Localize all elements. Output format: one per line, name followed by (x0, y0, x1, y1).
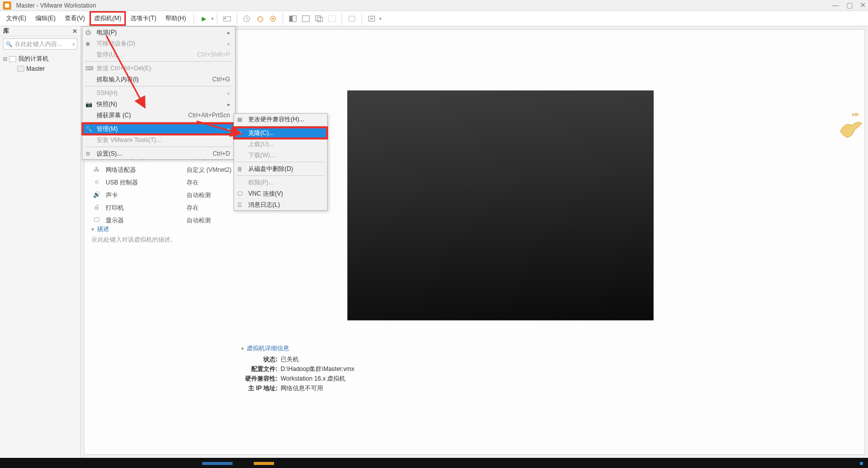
stretch-button[interactable] (365, 12, 378, 25)
view-single-button[interactable] (286, 12, 299, 25)
snapshot-manage-button[interactable] (266, 12, 280, 25)
power-on-button[interactable]: ▶ (197, 12, 210, 25)
hw-row-network[interactable]: 🖧 网络适配器 自定义 (VMnet2) (93, 164, 233, 176)
menu-edit[interactable]: 编辑(E) (31, 11, 60, 26)
menu-grab-input[interactable]: 抓取输入内容(I) Ctrl+G (82, 74, 235, 85)
svg-rect-1 (224, 18, 226, 19)
tray-icon[interactable] (860, 462, 863, 465)
menu-vm[interactable]: 虚拟机(M) (89, 11, 126, 26)
unity-button[interactable] (345, 12, 358, 25)
menu-label: VNC 连接(V) (248, 190, 283, 198)
minimize-button[interactable]: — (832, 1, 839, 9)
detail-label: 配置文件: (241, 365, 278, 373)
snapshot-revert-button[interactable] (253, 12, 266, 25)
svg-rect-5 (289, 16, 292, 22)
menu-label: 抓取输入内容(I) (97, 75, 139, 84)
view-multiple-button[interactable] (312, 12, 326, 25)
menu-separator (217, 13, 217, 24)
tree-root[interactable]: ⊟ 我的计算机 (3, 54, 77, 64)
hw-row-usb[interactable]: ⎋ USB 控制器 存在 (93, 176, 233, 189)
maximize-button[interactable]: ▢ (846, 1, 853, 9)
submenu-clone[interactable]: ⧉ 克隆(C)... (234, 127, 327, 138)
svg-rect-8 (315, 16, 321, 21)
detail-label: 状态: (241, 355, 278, 364)
view-fullscreen-button[interactable] (326, 12, 339, 25)
close-button[interactable]: ✕ (860, 1, 866, 9)
menu-separator (236, 162, 325, 162)
menu-power[interactable]: ⏻ 电源(P) ▸ (82, 27, 235, 38)
search-icon: 🔍 (6, 41, 13, 48)
taskbar[interactable] (0, 458, 868, 468)
hw-name: 打印机 (106, 204, 181, 212)
monitor-icon: 🖵 (237, 191, 243, 197)
menu-separator (342, 13, 342, 24)
menu-label: 电源(P) (97, 28, 117, 37)
menu-label: 可移动设备(D) (97, 39, 135, 48)
svg-point-4 (272, 18, 274, 20)
system-tray[interactable] (860, 462, 868, 465)
clone-icon: ⧉ (237, 130, 241, 136)
power-icon: ⏻ (85, 29, 91, 35)
submenu-change-hw[interactable]: ▦ 更改硬件兼容性(H)... (234, 114, 327, 125)
send-cad-button[interactable] (220, 12, 234, 25)
submenu-msg-log[interactable]: ☰ 消息日志(L) (234, 199, 327, 210)
details-title[interactable]: 虚拟机详细信息 (241, 344, 354, 353)
menu-view[interactable]: 查看(V) (60, 11, 89, 26)
menu-separator (236, 175, 325, 176)
menu-label: 克隆(C)... (248, 129, 274, 137)
snapshot-take-button[interactable] (240, 12, 253, 25)
submenu-permissions: 权限(P)... (234, 177, 327, 188)
menu-settings[interactable]: ⚙ 设置(S)... Ctrl+D (82, 148, 235, 159)
search-dropdown-icon[interactable]: ▾ (72, 41, 75, 47)
delete-icon: 🗑 (237, 166, 243, 172)
svg-rect-6 (293, 16, 296, 22)
hardware-list: ◉ CD/DVD (IDE) 正在使用文件 F... 🖧 网络适配器 自定义 (… (93, 151, 233, 227)
menu-shortcut: Ctrl+Shift+P (197, 51, 230, 58)
menu-capture[interactable]: 捕获屏幕 (C) Ctrl+Alt+PrtScn (82, 110, 235, 121)
tree-vm-master[interactable]: Master (3, 64, 77, 73)
svg-rect-7 (302, 16, 309, 22)
hw-value: 自动检测 (187, 216, 211, 225)
hw-value: 存在 (187, 204, 199, 212)
submenu-delete-disk[interactable]: 🗑 从磁盘中删除(D) (234, 163, 327, 174)
detail-ip: 主 IP 地址: 网络信息不可用 (241, 384, 354, 393)
stretch-dropdown-icon[interactable]: ▾ (379, 16, 382, 21)
menu-removable: ◉ 可移动设备(D) ▸ (82, 38, 235, 49)
menu-help[interactable]: 帮助(H) (161, 11, 191, 26)
menu-label: 设置(S)... (97, 150, 122, 158)
app-icon (3, 2, 11, 10)
menu-label: 管理(M) (97, 125, 118, 133)
sidebar-title: 库 (3, 27, 9, 35)
printer-icon: 🖨 (93, 204, 101, 212)
svg-rect-11 (349, 16, 355, 21)
hw-row-sound[interactable]: 🔊 声卡 自动检测 (93, 189, 233, 202)
view-console-button[interactable] (299, 12, 312, 25)
tree-collapse-icon[interactable]: ⊟ (3, 56, 7, 62)
taskbar-segment (202, 462, 233, 465)
tree-root-label: 我的计算机 (18, 55, 49, 63)
menu-label: 上载(U)... (248, 140, 274, 149)
hw-name: 声卡 (106, 191, 181, 200)
menu-separator (84, 147, 233, 147)
description-title[interactable]: 描述 (92, 225, 176, 233)
sidebar-close-button[interactable]: ✕ (72, 28, 77, 35)
menu-tabs[interactable]: 选项卡(T) (126, 11, 161, 26)
log-icon: ☰ (237, 202, 242, 208)
network-icon: 🖧 (93, 166, 101, 174)
menu-separator (84, 61, 233, 62)
menu-ssh: SSH(H) ▸ (82, 87, 235, 99)
hw-row-printer[interactable]: 🖨 打印机 存在 (93, 202, 233, 214)
menu-separator (283, 13, 283, 24)
menu-file[interactable]: 文件(E) (2, 11, 31, 26)
menu-snapshot[interactable]: 📷 快照(N) ▸ (82, 99, 235, 110)
manage-submenu: ▦ 更改硬件兼容性(H)... ⧉ 克隆(C)... 上载(U)... 下载(W… (234, 113, 328, 211)
sidebar-search[interactable]: 🔍 在此处键入内容... ▾ (3, 38, 77, 50)
vm-dropdown-menu: ⏻ 电源(P) ▸ ◉ 可移动设备(D) ▸ 暂停(U) Ctrl+Shift+… (82, 26, 236, 160)
power-dropdown-icon[interactable]: ▾ (211, 16, 214, 21)
library-tree: ⊟ 我的计算机 Master (0, 52, 80, 75)
description-hint[interactable]: 在此处键入对该虚拟机的描述。 (92, 236, 176, 244)
menu-label: 更改硬件兼容性(H)... (248, 115, 304, 124)
submenu-vnc[interactable]: 🖵 VNC 连接(V) (234, 188, 327, 199)
taskbar-segment (254, 462, 274, 465)
menu-manage[interactable]: 🔧 管理(M) ▸ (82, 123, 235, 134)
